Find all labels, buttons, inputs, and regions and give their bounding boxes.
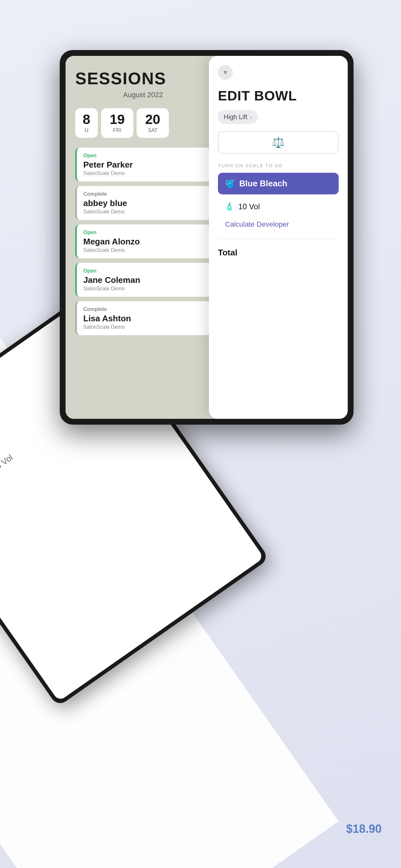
date-card-18[interactable]: 8 U bbox=[75, 108, 98, 138]
scale-prompt: TURN ON SCALE TO GE bbox=[218, 163, 339, 168]
session-name: Peter Parker bbox=[83, 160, 204, 170]
tablet-screen: SESSIONS August 2022 8 U 19 FRI 20 SAT bbox=[66, 56, 348, 419]
highlift-badge[interactable]: High Lift › bbox=[218, 110, 258, 124]
edit-bowl-modal: × EDIT BOWL High Lift › ⚖️ TURN ON SCALE… bbox=[209, 56, 348, 419]
session-sub: SalonScale Demo bbox=[83, 247, 204, 253]
price-display: $18.90 bbox=[346, 822, 382, 836]
close-icon: × bbox=[223, 68, 227, 76]
total-section: Total bbox=[218, 244, 339, 261]
chevron-right-icon: › bbox=[250, 114, 251, 120]
tablet-device: SESSIONS August 2022 8 U 19 FRI 20 SAT bbox=[60, 50, 353, 425]
date-card-19[interactable]: 19 FRI bbox=[101, 108, 133, 138]
session-status: Complete bbox=[83, 191, 204, 197]
session-item-peter[interactable]: Open Peter Parker SalonScale Demo bbox=[75, 148, 211, 182]
session-item-lisa[interactable]: Complete Lisa Ashton SalonScale Demo bbox=[75, 301, 211, 335]
session-item-abbey[interactable]: Complete abbey blue SalonScale Demo bbox=[75, 186, 211, 220]
session-status: Complete bbox=[83, 306, 204, 312]
sessions-panel: SESSIONS August 2022 8 U 19 FRI 20 SAT bbox=[66, 56, 220, 419]
date-number: 8 bbox=[81, 113, 92, 126]
session-sub: SalonScale Demo bbox=[83, 324, 204, 330]
date-picker[interactable]: 8 U 19 FRI 20 SAT bbox=[75, 108, 211, 138]
sessions-title: SESSIONS bbox=[75, 69, 211, 88]
blue-bleach-item[interactable]: 🪣 Blue Bleach bbox=[218, 173, 339, 194]
vol-label: 10 Vol bbox=[238, 202, 260, 211]
date-day: FRI bbox=[107, 128, 127, 133]
date-day: U bbox=[81, 128, 92, 133]
session-status: Open bbox=[83, 229, 204, 236]
date-number: 20 bbox=[143, 113, 163, 126]
session-name: Lisa Ashton bbox=[83, 314, 204, 323]
session-name: abbey blue bbox=[83, 198, 204, 208]
date-day: SAT bbox=[143, 128, 163, 133]
session-sub: SalonScale Demo bbox=[83, 170, 204, 176]
sessions-month: August 2022 bbox=[75, 91, 211, 99]
session-name: Megan Alonzo bbox=[83, 237, 204, 247]
divider bbox=[218, 239, 339, 239]
modal-title: EDIT BOWL bbox=[218, 88, 339, 104]
session-status: Open bbox=[83, 268, 204, 274]
calculate-developer-link[interactable]: Calculate Developer bbox=[218, 218, 339, 231]
session-status: Open bbox=[83, 153, 204, 159]
session-sub: SalonScale Demo bbox=[83, 209, 204, 215]
date-number: 19 bbox=[107, 113, 127, 126]
total-label: Total bbox=[218, 248, 339, 258]
date-card-20[interactable]: 20 SAT bbox=[136, 108, 169, 138]
scale-icon: ⚖️ bbox=[272, 136, 285, 149]
highlift-label: High Lift bbox=[224, 113, 247, 121]
vol-icon: 🧴 bbox=[225, 203, 234, 211]
session-item-jane[interactable]: Open Jane Coleman SalonScale Demo bbox=[75, 263, 211, 297]
bleach-icon: 🪣 bbox=[225, 179, 235, 188]
session-name: Jane Coleman bbox=[83, 275, 204, 285]
vol-item[interactable]: 🧴 10 Vol bbox=[218, 197, 339, 216]
blue-bleach-label: Blue Bleach bbox=[239, 179, 287, 189]
session-sub: SalonScale Demo bbox=[83, 286, 204, 291]
scale-box: ⚖️ bbox=[218, 131, 339, 154]
modal-close-button[interactable]: × bbox=[218, 65, 233, 80]
session-item-megan[interactable]: Open Megan Alonzo SalonScale Demo bbox=[75, 224, 211, 258]
